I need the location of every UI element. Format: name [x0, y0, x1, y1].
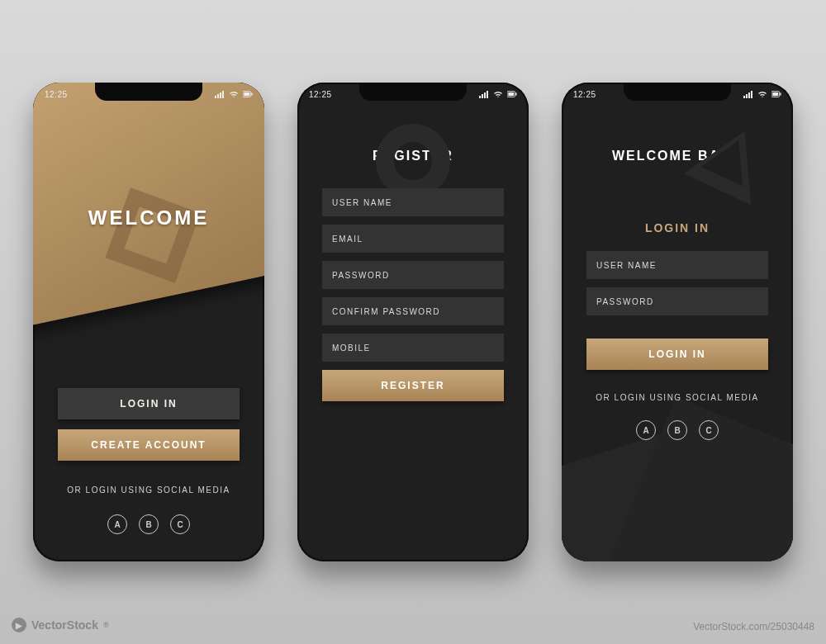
svg-rect-17 — [751, 91, 752, 98]
phone-notch — [359, 83, 467, 101]
watermark-brand: ▶ VectorStock® — [12, 618, 109, 632]
svg-rect-5 — [244, 92, 249, 96]
svg-rect-16 — [748, 92, 750, 98]
signal-icon — [743, 90, 753, 98]
phone-register: 12:25 REGISTER USER NAME EMAIL PASSWORD … — [297, 83, 529, 561]
svg-rect-12 — [508, 92, 514, 96]
wifi-icon — [757, 90, 767, 98]
battery-icon — [243, 90, 253, 98]
wifi-icon — [493, 90, 503, 98]
watermark-id: VectorStock.com/25030448 — [693, 621, 814, 632]
social-row: A B C — [58, 514, 240, 534]
signal-icon — [479, 90, 489, 98]
svg-rect-2 — [220, 92, 221, 98]
signal-icon — [215, 90, 225, 98]
phone-welcome: 12:25 WELCOME LOGIN IN CREATE ACCOUNT OR… — [33, 83, 264, 561]
svg-rect-19 — [772, 92, 778, 96]
social-c-icon[interactable]: C — [170, 514, 190, 534]
status-time: 12:25 — [45, 90, 68, 99]
svg-rect-10 — [487, 91, 488, 98]
svg-rect-15 — [746, 94, 748, 98]
wifi-icon — [229, 90, 239, 98]
svg-rect-6 — [251, 92, 252, 95]
svg-rect-13 — [515, 92, 516, 95]
logo-icon: ▶ — [12, 618, 26, 632]
social-row: A B C — [586, 420, 768, 440]
status-time: 12:25 — [573, 90, 596, 99]
svg-rect-8 — [482, 94, 483, 98]
phone-notch — [95, 83, 202, 101]
password-field[interactable]: PASSWORD — [322, 261, 504, 289]
social-c-icon[interactable]: C — [699, 420, 719, 440]
status-time: 12:25 — [309, 90, 332, 99]
username-field[interactable]: USER NAME — [586, 251, 768, 279]
svg-rect-20 — [780, 92, 781, 95]
battery-icon — [507, 90, 517, 98]
social-a-icon[interactable]: A — [636, 420, 656, 440]
circle-icon — [376, 124, 450, 198]
social-login-label: OR LOGIN USING SOCIAL MEDIA — [586, 393, 768, 402]
username-field[interactable]: USER NAME — [322, 188, 504, 216]
svg-rect-14 — [743, 96, 745, 98]
login-button[interactable]: LOGIN IN — [586, 339, 768, 370]
welcome-title: WELCOME — [33, 206, 264, 230]
svg-rect-1 — [217, 94, 219, 98]
confirm-password-field[interactable]: CONFIRM PASSWORD — [322, 297, 504, 325]
social-login-label: OR LOGIN USING SOCIAL MEDIA — [58, 485, 240, 495]
login-subtitle: LOGIN IN — [562, 221, 793, 234]
svg-rect-3 — [222, 91, 224, 98]
phone-login: 12:25 WELCOME BACK LOGIN IN USER NAME PA… — [562, 83, 793, 561]
social-b-icon[interactable]: B — [667, 420, 687, 440]
svg-rect-7 — [479, 96, 481, 98]
email-field[interactable]: EMAIL — [322, 225, 504, 253]
register-button[interactable]: REGISTER — [322, 370, 504, 401]
battery-icon — [771, 90, 781, 98]
phone-notch — [624, 83, 731, 101]
login-button[interactable]: LOGIN IN — [58, 388, 240, 419]
mobile-field[interactable]: MOBILE — [322, 334, 504, 362]
create-account-button[interactable]: CREATE ACCOUNT — [58, 429, 240, 461]
social-b-icon[interactable]: B — [139, 514, 159, 534]
svg-rect-9 — [484, 92, 486, 98]
social-a-icon[interactable]: A — [107, 514, 127, 534]
password-field[interactable]: PASSWORD — [586, 287, 768, 315]
svg-rect-0 — [215, 96, 216, 98]
